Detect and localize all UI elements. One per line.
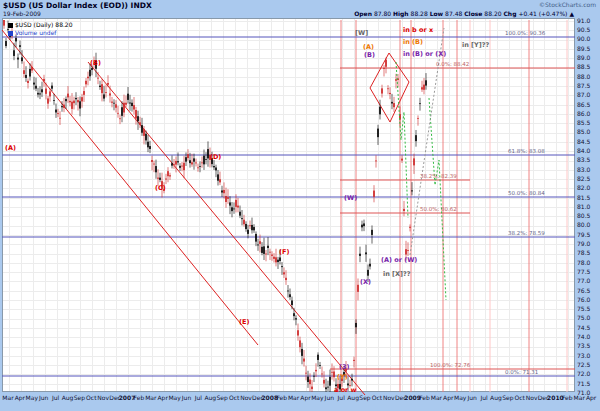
candle-body	[207, 149, 209, 158]
wave-annotation: (C)	[155, 184, 166, 192]
candle-body	[149, 146, 151, 149]
candle-body	[291, 301, 293, 306]
candle-body	[229, 202, 231, 205]
fib-label-red: 0.0%: 88.42	[436, 61, 469, 67]
candle-body	[3, 20, 5, 26]
date-axis-tick: Apr	[157, 394, 167, 401]
date-axis-tick: May	[168, 394, 180, 401]
candle-body	[319, 365, 321, 366]
candle-body	[205, 159, 207, 160]
candle-body	[55, 110, 57, 113]
price-axis-tick: 78.0	[577, 259, 599, 266]
wave-annotation: in (B) or (X)	[403, 50, 446, 58]
candle-body	[85, 81, 87, 85]
series-legend: $USD (Daily) 88.20	[8, 21, 73, 28]
candle-body	[53, 100, 55, 101]
candle-body	[287, 291, 289, 292]
candle-body	[15, 38, 17, 41]
candle-body	[407, 250, 409, 251]
date-axis-tick: Aug	[62, 394, 74, 401]
candle-body	[91, 68, 93, 70]
candle-body	[181, 166, 183, 167]
candle-body	[125, 103, 127, 105]
candle-body	[331, 372, 333, 373]
date-axis-tick: Mar	[2, 394, 13, 401]
price-axis-tick: 72.0	[577, 370, 599, 377]
candle-body	[35, 86, 37, 89]
candle-body	[239, 212, 241, 216]
candle-body	[167, 171, 169, 176]
candle-body	[223, 190, 225, 193]
candle-body	[235, 200, 237, 207]
date-axis-tick: Jul	[195, 394, 202, 401]
candle-body	[309, 380, 311, 385]
candle-body	[245, 224, 247, 229]
price-axis-tick: 79.5	[577, 231, 599, 238]
candle-body	[377, 129, 379, 138]
candle-body	[421, 87, 423, 89]
price-axis-tick: 81.5	[577, 194, 599, 201]
wave-annotation: (D)	[210, 153, 221, 161]
wave-annotation: a or w	[334, 386, 357, 394]
date-axis-tick: May	[26, 394, 38, 401]
price-axis-tick: 86.5	[577, 101, 599, 108]
candle-body	[311, 387, 313, 390]
candle-body	[313, 376, 315, 377]
candle-body	[27, 81, 29, 83]
candle-body	[383, 68, 385, 69]
price-axis-tick: 82.5	[577, 175, 599, 182]
candle-body	[315, 370, 317, 371]
candle-body	[249, 225, 251, 226]
date-axis-tick: Jul	[338, 394, 345, 401]
price-axis-tick: 83.5	[577, 156, 599, 163]
candle-body	[357, 285, 359, 292]
price-axis-tick: 83.0	[577, 166, 599, 173]
candle-body	[13, 50, 15, 56]
date-axis-tick: Apr	[443, 394, 453, 401]
series-legend-label: $USD (Daily) 88.20	[15, 21, 73, 28]
candle-body	[51, 86, 53, 89]
volume-swatch-icon	[8, 31, 13, 36]
candle-body	[185, 157, 187, 161]
price-axis-tick: 77.0	[577, 277, 599, 284]
wave-annotation: in b or x	[403, 26, 433, 34]
candle-body	[87, 77, 89, 79]
date-axis-tick: Nov	[383, 394, 395, 401]
candle-body	[33, 83, 35, 85]
candle-body	[231, 207, 233, 211]
candle-body	[183, 163, 185, 170]
candle-body	[301, 349, 303, 356]
wave-annotation: (A) or (W)	[381, 256, 417, 264]
candle-body	[351, 379, 353, 381]
candle-body	[395, 79, 397, 81]
date-axis-tick: Aug	[204, 394, 216, 401]
candle-body	[299, 340, 301, 347]
candle-body	[31, 67, 33, 71]
date-axis-tick: Oct	[515, 394, 525, 401]
candle-body	[327, 387, 329, 388]
candle-body	[405, 249, 407, 254]
candle-body	[139, 122, 141, 124]
candle-body	[411, 190, 413, 191]
candle-body	[147, 142, 149, 148]
stockcharts-chart-window: $USD (US Dollar Index (EOD)) INDX ©Stock…	[0, 0, 600, 411]
candle-body	[111, 102, 113, 103]
candle-body	[155, 166, 157, 172]
candle-body	[45, 89, 47, 94]
volume-legend: Volume undef	[8, 29, 56, 36]
price-axis-tick: 81.0	[577, 203, 599, 210]
price-axis-tick: 89.5	[577, 45, 599, 52]
candle-body	[135, 110, 137, 118]
fib-label-blue: 50.0%: 80.84	[508, 190, 545, 196]
price-axis-tick: 87.5	[577, 82, 599, 89]
candle-body	[317, 355, 319, 360]
wave-annotation: in [X]??	[383, 270, 411, 278]
fib-label-red: 100.0%: 72.76	[430, 362, 470, 368]
candle-body	[257, 245, 259, 246]
fib-label-red: 38.2%: 82.39	[420, 173, 457, 179]
candle-body	[107, 83, 109, 85]
candle-body	[29, 69, 31, 77]
candle-body	[151, 160, 153, 162]
date-axis-tick: Jun	[467, 394, 476, 401]
candle-body	[133, 105, 135, 109]
